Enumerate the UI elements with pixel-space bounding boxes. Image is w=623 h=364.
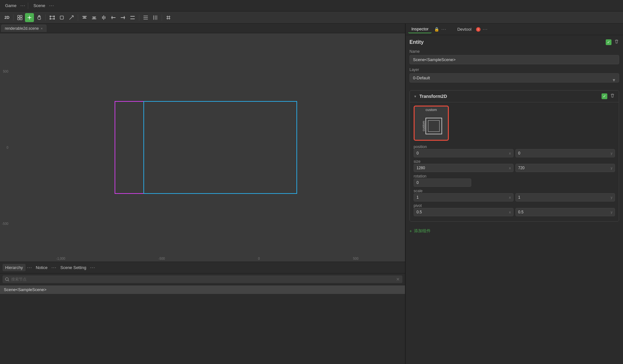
tab-scene-setting[interactable]: Scene Setting [58,264,89,271]
inspector-lock-icon[interactable]: 🔒 [434,27,439,32]
transform-widget-label-top: custom [425,107,437,112]
tab-devtool[interactable]: Devtool [454,26,474,33]
position-label: position [414,145,430,149]
search-input-wrap: ✕ [3,275,402,283]
menu-scene-dots[interactable]: ⋯ [49,3,54,8]
pivot-x-axis: x [509,210,511,214]
toolbar-hdist-btn[interactable] [151,13,160,22]
svg-rect-32 [143,19,148,20]
scale-row: x y [414,193,615,202]
viewport[interactable]: 500 0 -500 -1,000 -500 0 500 [0,33,405,262]
svg-rect-1 [20,15,22,17]
toolbar-align2-btn[interactable] [90,13,99,22]
tab-scene-setting-label: Scene Setting [60,265,86,270]
rotation-input-wrap [414,178,471,187]
svg-rect-16 [83,17,86,18]
search-icon [5,277,9,281]
scene-setting-dots[interactable]: ⋯ [90,265,95,270]
svg-rect-18 [92,19,96,19]
menu-game-label: Game [5,3,16,8]
toolbar-transform-btn[interactable] [25,13,34,22]
position-x-input[interactable] [414,149,514,157]
size-x-input[interactable] [414,164,514,172]
size-x-axis: x [509,166,511,170]
toolbar-2d-btn[interactable]: 2D [3,15,11,20]
scene-tab-close-btn[interactable]: × [41,27,43,30]
search-input[interactable] [11,277,394,281]
scale-y-wrap: y [515,193,615,202]
name-field-label: Name [409,49,619,54]
transform2d-section: ▼ Transform2D cus [409,90,619,222]
transform2d-header[interactable]: ▼ Transform2D [410,91,619,102]
pivot-x-input[interactable] [414,208,514,216]
menu-game[interactable]: Game [3,2,19,9]
pivot-y-axis: y [611,210,613,214]
transform-widget-label-side: custom [421,121,425,131]
entity-enable-checkbox[interactable] [606,39,611,45]
svg-rect-22 [102,16,103,19]
add-component-btn[interactable]: + 添加组件 [409,226,619,236]
toolbar-vdist-btn[interactable] [141,13,150,22]
rotation-input[interactable] [414,178,471,187]
scale-label: scale [414,189,430,193]
ruler-500: 500 [3,70,8,73]
scale-x-input[interactable] [414,193,514,202]
hierarchy-item-scene-label: Scene<SampleScene> [4,287,46,292]
devtool-dots[interactable]: ⋯ [482,26,488,32]
svg-point-13 [54,18,55,19]
position-y-input[interactable] [515,149,615,157]
toolbar-separator [13,14,13,21]
position-y-wrap: y [515,149,615,157]
toolbar-rect-btn[interactable] [48,13,57,22]
scene-tab-renderable[interactable]: renderable2d.scene × [1,25,46,32]
svg-point-12 [50,18,51,19]
notice-dots[interactable]: ⋯ [51,265,56,270]
hierarchy-item-scene[interactable]: Scene<SampleScene> [0,285,405,294]
size-y-input[interactable] [515,164,615,172]
main-area: renderable2d.scene × 500 0 -500 -1,000 -… [0,24,623,364]
toolbar-align5-btn[interactable] [118,13,127,22]
name-field-input[interactable] [409,55,619,64]
tab-devtool-label: Devtool [457,27,471,32]
scale-x-wrap: x [414,193,514,202]
toolbar-rect2-btn[interactable] [57,13,66,22]
transform-widget-body: custom [421,112,442,140]
scale-y-input[interactable] [515,193,615,202]
size-row: x y [414,164,615,172]
tab-notice[interactable]: Notice [33,264,50,271]
transform2d-title-row: ▼ Transform2D [414,94,447,99]
toolbar-align1-btn[interactable] [80,13,89,22]
transform2d-delete-btn[interactable] [610,93,615,99]
menu-game-dots[interactable]: ⋯ [20,3,25,8]
toolbar-hash-btn[interactable] [164,13,173,22]
size-y-axis: y [611,166,613,170]
pivot-y-input[interactable] [515,208,615,216]
svg-rect-14 [60,16,63,19]
svg-rect-30 [143,16,148,16]
toolbar-scale-btn[interactable] [67,13,76,22]
pivot-y-wrap: y [515,208,615,216]
svg-rect-20 [92,17,96,17]
toolbar-align3-btn[interactable] [99,13,108,22]
transform2d-enable-checkbox[interactable] [602,93,607,99]
search-clear-btn[interactable]: ✕ [396,277,400,282]
inspector-dots[interactable]: ⋯ [441,26,446,32]
toolbar-grid-btn[interactable] [15,13,24,22]
svg-rect-19 [93,18,95,18]
ruler-neg500b: -500 [158,257,165,260]
toolbar-hand-btn[interactable] [35,13,44,22]
inspector-tabs-bar: Inspector 🔒 ⋯ Devtool ! ⋯ [406,24,623,35]
tab-hierarchy-label: Hierarchy [5,265,23,270]
entity-delete-btn[interactable] [614,39,619,45]
hierarchy-dots[interactable]: ⋯ [27,265,32,270]
transform2d-body: custom custom position x [410,102,619,221]
toolbar-align6-btn[interactable] [128,13,137,22]
svg-rect-35 [157,15,157,20]
toolbar-align4-btn[interactable] [109,13,118,22]
tab-inspector[interactable]: Inspector [408,25,432,33]
menu-scene[interactable]: Scene [31,2,48,9]
svg-rect-34 [155,15,156,20]
tab-hierarchy[interactable]: Hierarchy [3,264,26,271]
layer-select[interactable]: 0-Default 1-Layer1 2-Layer2 [409,73,619,83]
svg-point-4 [29,17,30,18]
